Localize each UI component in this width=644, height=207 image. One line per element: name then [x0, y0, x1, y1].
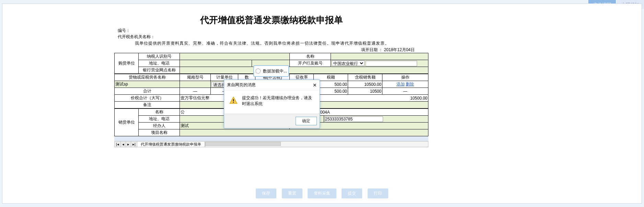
seller-proj-value[interactable]	[180, 129, 428, 136]
nav-next[interactable]: ▸	[126, 141, 131, 147]
col-op: 操作	[382, 74, 428, 81]
col-spec: 规格型号	[180, 74, 211, 81]
totalcn-small: 10500.00	[314, 95, 428, 102]
buyer-taxid-value[interactable]	[180, 53, 290, 60]
dialog-message: 提交成功！若无需继续办理业务，请及时退出系统	[242, 95, 315, 107]
dialog-title: 来自网页的消息	[227, 82, 256, 88]
message-dialog: 来自网页的消息 ✕ 提交成功！若无需继续办理业务，请及时退出系统 确定	[224, 80, 320, 128]
spinner-icon	[255, 68, 261, 74]
save-button[interactable]: 保存	[256, 188, 276, 198]
buyer-section: 购货单位	[115, 53, 139, 74]
reset-button[interactable]: 重置	[282, 188, 302, 198]
col-goods: 货物或应税劳务名称	[115, 74, 180, 81]
seller-proj-label: 项目名称	[139, 129, 180, 136]
buyer-name-label: 名称	[290, 53, 331, 60]
bottom-bar: 保存 重置 资料采集 提交 打印	[2, 188, 642, 198]
loading-pill: 数据加载中...	[253, 65, 289, 77]
col-total: 含税销售额	[348, 74, 382, 81]
seller-agent-label: 经办人	[139, 123, 180, 129]
buyer-bank-select[interactable]: 中国农业银行	[332, 60, 365, 66]
sheet-tab-title[interactable]: 代开增值税普通发票缴纳税款申报单	[137, 142, 205, 147]
seller-addr-label: 地址、电话	[139, 116, 180, 123]
sum-total: 10500	[348, 88, 382, 95]
svg-rect-0	[233, 99, 234, 101]
buyer-bank-cell: 中国农业银行	[331, 60, 428, 67]
disclaimer-text: 我单位提供的开票资料真实、完整、准确，符合有关法律、法规。否则我单位将承担一切法…	[114, 40, 428, 47]
buyer-addr-value[interactable]	[180, 60, 252, 67]
sum-label: 合计	[115, 88, 180, 95]
seller-bank-acc-input[interactable]	[325, 116, 383, 122]
row-spec[interactable]	[180, 81, 211, 88]
add-link[interactable]: 添加	[396, 82, 405, 87]
print-button[interactable]: 打印	[368, 188, 388, 198]
buyer-branch-label: 银行营业网点名称	[139, 67, 180, 74]
buyer-taxid-label: 纳税人识别号	[139, 53, 180, 60]
fill-date-value: 2018年12月04日	[384, 47, 415, 52]
svg-rect-1	[233, 102, 234, 103]
hscroll[interactable]	[205, 142, 428, 147]
page-title: 代开增值税普通发票缴纳税款申报单	[114, 12, 428, 27]
nav-last[interactable]: ▸|	[131, 141, 137, 147]
del-link[interactable]: 删除	[406, 82, 414, 87]
remark-label: 备注	[115, 102, 180, 108]
nav-prev[interactable]: ◂	[121, 141, 126, 147]
buyer-name-value[interactable]	[331, 53, 428, 60]
scroll-thumb[interactable]	[205, 142, 281, 146]
buyer-addr-label: 地址、电话	[139, 60, 180, 67]
row-op: 添加 删除	[382, 81, 428, 88]
row-total: 10500.00	[348, 81, 382, 88]
agency-label: 代开税务机关名称：	[114, 34, 428, 40]
loading-text: 数据加载中...	[263, 68, 287, 74]
submit-button[interactable]: 提交	[342, 188, 362, 198]
fill-date-label: 填开日期 ：	[361, 47, 383, 52]
main-wrap: 代开增值税普通发票缴纳税款申报单 编号： 代开税务机关名称： 我单位提供的开票资…	[2, 3, 642, 204]
sum-d6: —	[382, 88, 428, 95]
nav-first[interactable]: |◂	[115, 141, 121, 147]
sum-d1: —	[180, 88, 211, 95]
seller-acc-cell	[324, 116, 428, 123]
row-goods[interactable]: 测试sp	[115, 81, 180, 88]
seller-section: 销货单位	[115, 109, 139, 136]
sheet-tabs: |◂ ◂ ▸ ▸| 代开增值税普通发票缴纳税款申报单	[114, 141, 428, 147]
warning-icon	[229, 96, 238, 106]
close-icon[interactable]: ✕	[313, 82, 317, 88]
ok-button[interactable]: 确定	[296, 117, 317, 125]
buyer-bank-label: 开户行及账号	[290, 60, 331, 67]
seller-name-label: 名称	[139, 109, 180, 116]
buyer-branch-value[interactable]	[180, 67, 428, 74]
bianhao-label: 编号：	[114, 27, 428, 34]
totalcn-label: 价税合计（大写）	[115, 95, 180, 102]
collect-button[interactable]: 资料采集	[308, 188, 336, 198]
buyer-bank-acc-input[interactable]	[366, 61, 417, 66]
